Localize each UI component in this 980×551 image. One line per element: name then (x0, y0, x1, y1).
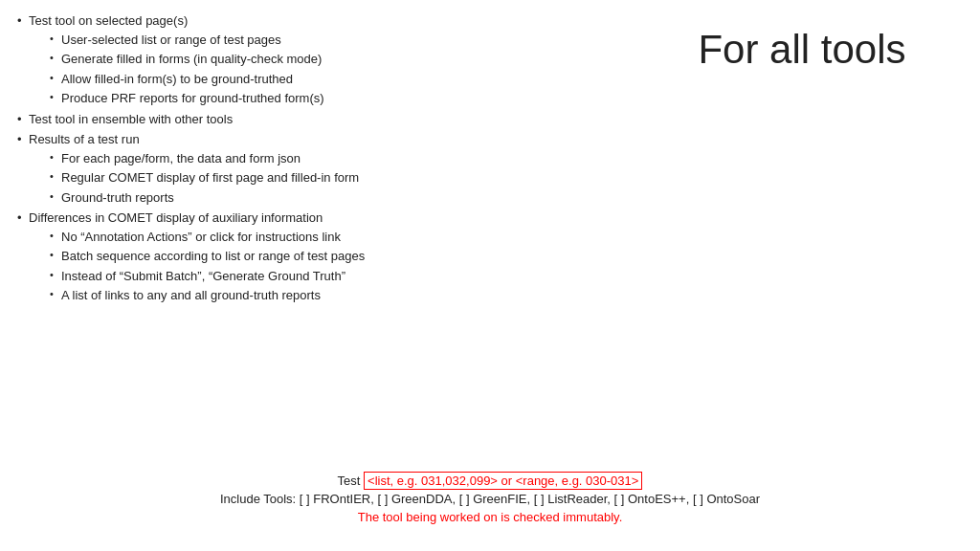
list-item-label: Test tool in ensemble with other tools (29, 112, 233, 126)
list-item-results: Results of a test run For each page/form… (15, 130, 639, 207)
sub-list-item: Ground-truth reports (48, 188, 639, 208)
list-item-label: Differences in COMET display of auxiliar… (29, 210, 323, 225)
sub-list-item: Instead of “Submit Batch”, “Generate Gro… (48, 267, 639, 286)
list-item-ensemble: Test tool in ensemble with other tools (15, 110, 639, 129)
test-label: Test (338, 474, 361, 488)
test-input-box[interactable]: <list, e.g. 031,032,099> or <range, e.g.… (364, 472, 642, 490)
bottom-section: Test <list, e.g. 031,032,099> or <range,… (0, 474, 980, 524)
sub-list-test-tool-pages: User-selected list or range of test page… (29, 31, 639, 108)
sub-list-results: For each page/form, the data and form js… (29, 149, 639, 208)
sub-list-item: User-selected list or range of test page… (48, 31, 639, 50)
sub-list-item: Regular COMET display of first page and … (48, 168, 639, 187)
sub-list-item: Produce PRF reports for ground-truthed f… (48, 89, 639, 108)
top-level-list: Test tool on selected page(s) User-selec… (15, 11, 639, 305)
list-item-differences: Differences in COMET display of auxiliar… (15, 209, 639, 305)
immutable-notice: The tool being worked on is checked immu… (0, 510, 980, 524)
include-tools-text: Include Tools: [ ] FROntIER, [ ] GreenDD… (220, 492, 760, 506)
list-item-test-tool-pages: Test tool on selected page(s) User-selec… (15, 11, 639, 108)
sub-list-item: No “Annotation Actions” or click for ins… (48, 228, 639, 247)
list-item-label: Results of a test run (29, 132, 140, 146)
sub-list-differences: No “Annotation Actions” or click for ins… (29, 228, 639, 305)
sub-list-item: Allow filled-in form(s) to be ground-tru… (48, 70, 639, 89)
for-all-tools-title: For all tools (698, 27, 905, 73)
test-line: Test <list, e.g. 031,032,099> or <range,… (0, 474, 980, 488)
left-column: Test tool on selected page(s) User-selec… (15, 8, 639, 307)
sub-list-item: For each page/form, the data and form js… (48, 149, 639, 168)
include-line: Include Tools: [ ] FROntIER, [ ] GreenDD… (0, 492, 980, 506)
sub-list-item: A list of links to any and all ground-tr… (48, 286, 639, 305)
sub-list-item: Generate filled in forms (in quality-che… (48, 50, 639, 69)
list-item-label: Test tool on selected page(s) (29, 13, 188, 28)
right-column: For all tools (639, 8, 965, 307)
sub-list-item: Batch sequence according to list or rang… (48, 247, 639, 266)
